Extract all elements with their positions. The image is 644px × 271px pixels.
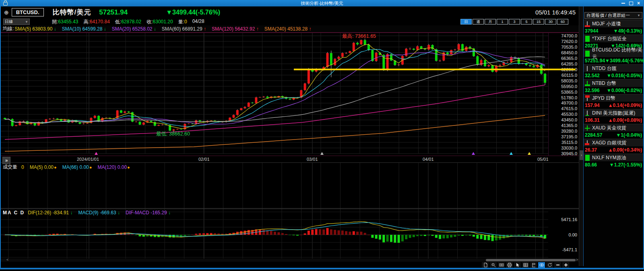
ohlc-value: 62878.02: [121, 19, 141, 25]
watchlist-item-name-row[interactable]: XAGD 白銀現貨: [584, 139, 643, 146]
refresh-icon[interactable]: [546, 262, 553, 268]
watchlist-item-XAGD[interactable]: XAGD 白銀現貨26.37▲0.09(+0.34%): [584, 139, 643, 154]
volume-panel[interactable]: 成交量 0 MA(5) 0.00●MA(66) 0.00●MA(120) 0.0…: [1, 162, 579, 209]
watchlist-change: ▼0.006(-0.02%): [607, 88, 642, 93]
sma-legend-item: SMA(20) 65258.02 ↓: [112, 26, 156, 32]
zoom-out-icon[interactable]: [554, 262, 561, 268]
watchlist-item-name-row[interactable]: JPYD 日幣: [584, 94, 643, 102]
ohlc-field: 開:63455.43: [52, 18, 78, 25]
watchlist-item-name-row[interactable]: MDJF 小道瓊: [584, 20, 643, 27]
macd-panel[interactable]: MA C D DIF(12-26) -834.91 ↓MACD(9) -669.…: [1, 209, 579, 259]
watchlist-price: 37944: [585, 28, 598, 34]
watchlist-item-name-row[interactable]: *TXFF 台指近全: [584, 35, 643, 42]
watchlist-item-name-row[interactable]: BTCUSD.DC 比特幣/美元: [584, 49, 643, 57]
watchlist-item-name-row[interactable]: XAUD 黃金現貨: [584, 124, 643, 131]
keyboard-icon[interactable]: [498, 262, 505, 268]
scrollbar-thumb[interactable]: [486, 259, 576, 261]
sma-label: SMA(20) 65258.02: [112, 26, 154, 32]
restore-button[interactable]: [629, 2, 633, 5]
volume-ma-label: MA(5) 0.00: [30, 164, 54, 170]
svg-text:41365.0: 41365.0: [561, 123, 577, 128]
ohlc-label: 收:: [147, 19, 153, 25]
crosshair-plus-icon[interactable]: ⊕: [4, 9, 9, 16]
main-candlestick-chart[interactable]: 74700.072620.070535.068450.066365.064285…: [1, 33, 579, 156]
watchlist-item-name-row[interactable]: DINI 美元指數(延遲): [584, 109, 643, 117]
watchlist-item-MDJF[interactable]: MDJF 小道瓊37944▼49(-0.13%): [584, 20, 643, 35]
svg-text:53865.0: 53865.0: [561, 90, 577, 94]
timeframe-button-1[interactable]: 1: [497, 19, 508, 25]
watchlist-change: ▲0.09(+0.34%): [608, 147, 642, 153]
titlebar: 技術分析-比特幣/美元 ×: [1, 0, 643, 6]
ohlc-label: 量:: [178, 19, 184, 25]
watchlist-item-price-row: 80.66▼1.27(-1.55%): [584, 161, 643, 168]
sma-legend-item: SMA(60) 66891.29 ↑: [162, 26, 206, 32]
timeframe-button-5[interactable]: 5: [521, 19, 532, 25]
volume-title: 成交量: [3, 164, 17, 170]
ma-dot-icon: ●: [127, 165, 130, 170]
sma-trend-arrow: ↑: [204, 26, 206, 32]
scroll-right-arrow[interactable]: >: [576, 258, 578, 262]
watchlist-item-price-row: 57251.94▼3499.44(-5.76%): [584, 57, 643, 64]
horizontal-scrollbar[interactable]: < >: [1, 259, 579, 262]
watchlist-item-DINI[interactable]: DINI 美元指數(延遲)106.31▲0.09(+0.08%): [584, 109, 643, 124]
watchlist-price: 26.37: [585, 147, 597, 153]
timeframe-button-60[interactable]: 60: [557, 19, 568, 25]
watchlist-item-name-row[interactable]: NTBD 台幣: [584, 79, 643, 87]
candlestick-svg[interactable]: 74700.072620.070535.068450.066365.064285…: [1, 33, 579, 156]
timeframe-button-15[interactable]: 15: [533, 19, 544, 25]
watchlist-symbol-name: JPYD 日幣: [592, 95, 615, 102]
collapse-handle[interactable]: ›: [580, 150, 583, 160]
macd-label: DIF-MACD -165.29: [126, 210, 168, 216]
x-axis-label: 03/01: [307, 157, 318, 162]
macd-svg[interactable]: 5471.160.00-5471.1: [1, 209, 579, 259]
sma-trend-arrow: ↓: [54, 26, 56, 32]
volume-ma-item: MA(66) 0.00●: [62, 164, 92, 170]
cursor-icon[interactable]: [514, 262, 521, 268]
watchlist-item-NTBD[interactable]: NTBD 台幣32.596▼0.006(-0.02%): [584, 79, 643, 94]
timeframe-button-30[interactable]: 30: [545, 19, 556, 25]
watchlist-item-NXLF[interactable]: NXLF NYM原油80.66▼1.27(-1.55%): [584, 154, 643, 168]
watchlist-item-price-row: 32.542▼0.016(-0.05%): [584, 72, 643, 79]
signal-flag-icon[interactable]: [530, 262, 537, 268]
macd-label: DIF(12-26) -834.91: [28, 210, 70, 216]
volume-ma-legend: MA(5) 0.00●MA(66) 0.00●MA(120) 0.00●: [30, 164, 130, 170]
volume-ma-label: MA(66) 0.00: [62, 164, 89, 170]
watchlist-item-BTCUSD.DC[interactable]: BTCUSD.DC 比特幣/美元57251.94▼3499.44(-5.76%): [584, 49, 643, 64]
period-dropdown[interactable]: 日線 ▼: [3, 18, 30, 25]
panel-splitter[interactable]: ›: [579, 6, 583, 266]
eye-icon[interactable]: [538, 262, 545, 268]
watchlist-item-name-row[interactable]: NTDD 台匯: [584, 64, 643, 72]
scroll-left-arrow[interactable]: <: [6, 258, 8, 262]
macd-trend-arrow: ↓: [70, 210, 73, 216]
watchlist-change: ▼3499.44(-5.76%): [605, 58, 644, 64]
timeframe-button-日[interactable]: 日: [460, 19, 472, 25]
watchlist-item-name-row[interactable]: NXLF NYM原油: [584, 154, 643, 161]
sma-label: SMA(240) 45138.28: [264, 26, 309, 32]
trend-analysis-icon[interactable]: [490, 262, 497, 268]
symbol-code-box[interactable]: BTCUSD.: [12, 8, 44, 16]
zoom-in-icon[interactable]: [562, 262, 569, 268]
svg-text:49700.0: 49700.0: [561, 101, 577, 105]
svg-text:66365.0: 66365.0: [561, 56, 577, 61]
close-button[interactable]: ×: [637, 1, 640, 5]
printer-icon[interactable]: [506, 262, 513, 268]
watchlist-item-XAUD[interactable]: XAUD 黃金現貨2284.57▼1(-0.04%): [584, 124, 643, 139]
watchlist-group-dropdown[interactable]: 自選報價 / 自選群組一 ▼: [584, 12, 642, 19]
svg-text:60115.0: 60115.0: [561, 73, 577, 78]
watchlist-item-price-row: 106.31▲0.09(+0.08%): [584, 117, 643, 124]
mini-candle-icon: [585, 36, 590, 42]
watchlist-sidebar: 自選報價 / 自選群組一 ▼ MDJF 小道瓊37944▼49(-0.13%)*…: [583, 6, 643, 266]
timeframe-button-月[interactable]: 月: [485, 19, 496, 25]
watchlist-item-price-row: 26.37▲0.09(+0.34%): [584, 146, 643, 154]
grid-table-icon[interactable]: [522, 262, 529, 268]
svg-text:47615.0: 47615.0: [561, 106, 577, 111]
document-icon[interactable]: [482, 262, 489, 268]
ohlc-label: 高:: [83, 19, 89, 25]
watchlist-item-JPYD[interactable]: JPYD 日幣157.94▲0.14(+0.09%): [584, 94, 643, 109]
timeframe-button-3[interactable]: 3: [509, 19, 520, 25]
ma-dot-icon: ●: [89, 165, 92, 170]
watchlist-item-NTDD[interactable]: NTDD 台匯32.542▼0.016(-0.05%): [584, 64, 643, 79]
watchlist-symbol-name: MDJF 小道瓊: [592, 21, 621, 27]
timeframe-button-週[interactable]: 週: [473, 19, 484, 25]
minimize-button[interactable]: [621, 3, 625, 4]
